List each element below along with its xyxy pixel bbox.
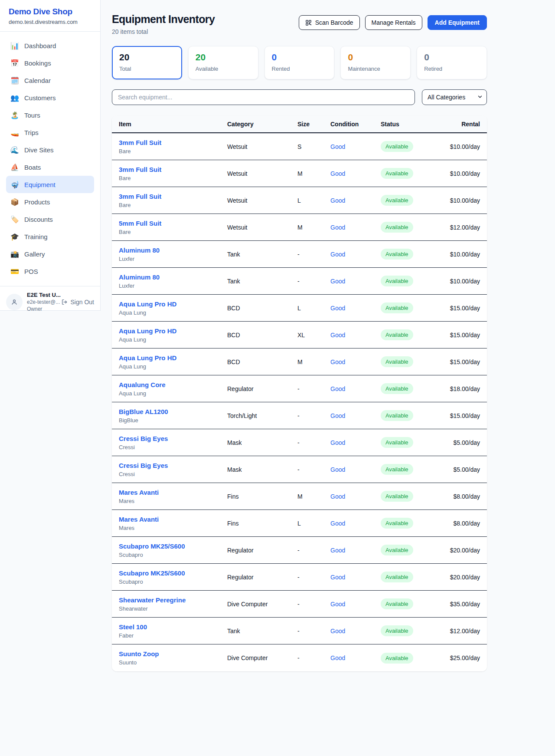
status-cell: Available bbox=[381, 410, 446, 421]
table-row[interactable]: Aqua Lung Pro HD Aqua Lung BCD XL Good A… bbox=[112, 322, 487, 348]
item-name-link[interactable]: Mares Avanti bbox=[119, 516, 227, 523]
stat-card-rented[interactable]: 0 Rented bbox=[264, 46, 335, 79]
item-name-link[interactable]: Suunto Zoop bbox=[119, 650, 227, 657]
search-input[interactable] bbox=[112, 89, 415, 105]
sidebar-item-products[interactable]: 📦 Products bbox=[6, 193, 94, 210]
sidebar-item-trips[interactable]: 🚤 Trips bbox=[6, 124, 94, 141]
table-row[interactable]: Scubapro MK25/S600 Scubapro Regulator - … bbox=[112, 537, 487, 564]
table-row[interactable]: 3mm Full Suit Bare Wetsuit M Good Availa… bbox=[112, 160, 487, 187]
sidebar-item-discounts[interactable]: 🏷️ Discounts bbox=[6, 210, 94, 228]
table-row[interactable]: Scubapro MK25/S600 Scubapro Regulator - … bbox=[112, 564, 487, 591]
table-row[interactable]: Mares Avanti Mares Fins M Good Available… bbox=[112, 483, 487, 510]
item-name-link[interactable]: Aluminum 80 bbox=[119, 247, 227, 254]
sidebar-item-gallery[interactable]: 📸 Gallery bbox=[6, 245, 94, 263]
condition-link[interactable]: Good bbox=[330, 358, 381, 365]
sidebar-item-bookings[interactable]: 📅 Bookings bbox=[6, 54, 94, 72]
item-name-link[interactable]: 3mm Full Suit bbox=[119, 193, 227, 200]
sidebar-item-tours[interactable]: 🏝️ Tours bbox=[6, 106, 94, 124]
size-cell: - bbox=[297, 439, 330, 446]
item-name-link[interactable]: Aluminum 80 bbox=[119, 273, 227, 281]
condition-link[interactable]: Good bbox=[330, 305, 381, 312]
status-badge: Available bbox=[381, 464, 413, 475]
item-name-link[interactable]: Aqua Lung Pro HD bbox=[119, 327, 227, 335]
table-row[interactable]: 5mm Full Suit Bare Wetsuit M Good Availa… bbox=[112, 214, 487, 241]
table-row[interactable]: Aqua Lung Pro HD Aqua Lung BCD L Good Av… bbox=[112, 295, 487, 322]
condition-link[interactable]: Good bbox=[330, 332, 381, 339]
table-row[interactable]: Aqualung Core Aqua Lung Regulator - Good… bbox=[112, 375, 487, 402]
item-name-link[interactable]: Shearwater Peregrine bbox=[119, 596, 227, 604]
rental-cell: $10.00/day bbox=[446, 278, 480, 285]
item-name-link[interactable]: Cressi Big Eyes bbox=[119, 462, 227, 469]
item-name-link[interactable]: Aqua Lung Pro HD bbox=[119, 354, 227, 362]
condition-link[interactable]: Good bbox=[330, 170, 381, 177]
table-row[interactable]: 3mm Full Suit Bare Wetsuit L Good Availa… bbox=[112, 187, 487, 214]
stat-card-available[interactable]: 20 Available bbox=[188, 46, 258, 79]
condition-link[interactable]: Good bbox=[330, 143, 381, 150]
sidebar-item-boats[interactable]: ⛵ Boats bbox=[6, 158, 94, 176]
condition-link[interactable]: Good bbox=[330, 224, 381, 231]
sidebar-item-pos[interactable]: 💳 POS bbox=[6, 263, 94, 280]
table-row[interactable]: BigBlue AL1200 BigBlue Torch/Light - Goo… bbox=[112, 402, 487, 429]
category-select[interactable]: All Categories bbox=[422, 89, 487, 105]
stat-value: 20 bbox=[196, 52, 251, 62]
condition-link[interactable]: Good bbox=[330, 654, 381, 661]
stat-value: 0 bbox=[348, 52, 403, 62]
sidebar-item-dashboard[interactable]: 📊 Dashboard bbox=[6, 37, 94, 54]
table-row[interactable]: Aluminum 80 Luxfer Tank - Good Available… bbox=[112, 241, 487, 268]
stat-card-total[interactable]: 20 Total bbox=[112, 46, 182, 79]
sidebar-item-calendar[interactable]: 🗓️ Calendar bbox=[6, 72, 94, 89]
condition-link[interactable]: Good bbox=[330, 251, 381, 258]
brand-name[interactable]: Demo Dive Shop bbox=[9, 7, 91, 16]
item-name-link[interactable]: 3mm Full Suit bbox=[119, 139, 227, 146]
sidebar-item-dive-sites[interactable]: 🌊 Dive Sites bbox=[6, 141, 94, 158]
table-row[interactable]: Steel 100 Faber Tank - Good Available $1… bbox=[112, 618, 487, 644]
stat-card-retired[interactable]: 0 Retired bbox=[417, 46, 487, 79]
add-equipment-button[interactable]: Add Equipment bbox=[428, 15, 487, 30]
condition-link[interactable]: Good bbox=[330, 601, 381, 608]
table-row[interactable]: Mares Avanti Mares Fins L Good Available… bbox=[112, 510, 487, 537]
table-row[interactable]: Shearwater Peregrine Shearwater Dive Com… bbox=[112, 591, 487, 618]
sidebar-item-equipment[interactable]: 🤿 Equipment bbox=[6, 176, 94, 193]
table-row[interactable]: 3mm Full Suit Bare Wetsuit S Good Availa… bbox=[112, 133, 487, 160]
manage-rentals-button[interactable]: Manage Rentals bbox=[365, 15, 422, 30]
item-name-link[interactable]: Cressi Big Eyes bbox=[119, 435, 227, 442]
dive-sites-icon: 🌊 bbox=[10, 146, 19, 154]
condition-link[interactable]: Good bbox=[330, 547, 381, 554]
condition-link[interactable]: Good bbox=[330, 439, 381, 446]
condition-link[interactable]: Good bbox=[330, 278, 381, 285]
item-name-link[interactable]: Aqua Lung Pro HD bbox=[119, 300, 227, 308]
condition-link[interactable]: Good bbox=[330, 628, 381, 634]
item-name-link[interactable]: 5mm Full Suit bbox=[119, 220, 227, 227]
category-cell: BCD bbox=[227, 358, 297, 365]
table-row[interactable]: Aqua Lung Pro HD Aqua Lung BCD M Good Av… bbox=[112, 348, 487, 375]
item-name-link[interactable]: Scubapro MK25/S600 bbox=[119, 569, 227, 577]
condition-link[interactable]: Good bbox=[330, 520, 381, 527]
condition-link[interactable]: Good bbox=[330, 574, 381, 581]
sign-out-button[interactable]: Sign Out bbox=[61, 299, 94, 306]
table-row[interactable]: Cressi Big Eyes Cressi Mask - Good Avail… bbox=[112, 456, 487, 483]
item-name-link[interactable]: Aqualung Core bbox=[119, 381, 227, 388]
table-row[interactable]: Suunto Zoop Suunto Dive Computer - Good … bbox=[112, 644, 487, 671]
condition-link[interactable]: Good bbox=[330, 197, 381, 204]
sidebar-item-training[interactable]: 🎓 Training bbox=[6, 228, 94, 245]
item-name-link[interactable]: Scubapro MK25/S600 bbox=[119, 542, 227, 550]
table-row[interactable]: Aluminum 80 Luxfer Tank - Good Available… bbox=[112, 268, 487, 295]
rental-cell: $35.00/day bbox=[446, 601, 480, 608]
condition-link[interactable]: Good bbox=[330, 385, 381, 392]
table-row[interactable]: Cressi Big Eyes Cressi Mask - Good Avail… bbox=[112, 429, 487, 456]
condition-link[interactable]: Good bbox=[330, 466, 381, 473]
item-name-link[interactable]: 3mm Full Suit bbox=[119, 166, 227, 173]
sidebar-item-customers[interactable]: 👥 Customers bbox=[6, 89, 94, 106]
stat-card-maintenance[interactable]: 0 Maintenance bbox=[340, 46, 411, 79]
item-name-link[interactable]: Steel 100 bbox=[119, 623, 227, 631]
condition-link[interactable]: Good bbox=[330, 412, 381, 419]
item-cell: Aqua Lung Pro HD Aqua Lung bbox=[119, 354, 227, 370]
item-name-link[interactable]: BigBlue AL1200 bbox=[119, 408, 227, 415]
category-cell: Fins bbox=[227, 493, 297, 500]
stat-label: Available bbox=[196, 66, 251, 72]
condition-link[interactable]: Good bbox=[330, 493, 381, 500]
col-header-category: Category bbox=[227, 121, 297, 128]
item-name-link[interactable]: Mares Avanti bbox=[119, 489, 227, 496]
scan-barcode-button[interactable]: Scan Barcode bbox=[299, 15, 360, 30]
item-cell: Shearwater Peregrine Shearwater bbox=[119, 596, 227, 612]
